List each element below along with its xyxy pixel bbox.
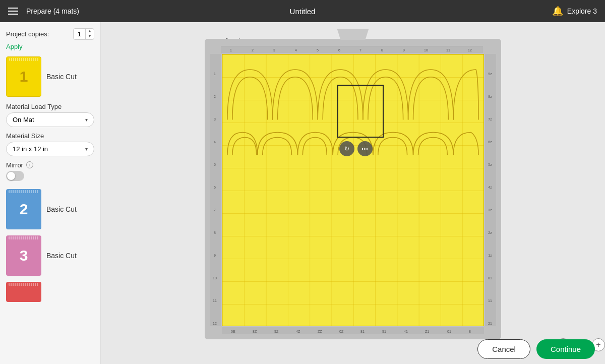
mat-number-2: 2	[20, 201, 28, 218]
svg-text:8z: 8z	[488, 95, 492, 98]
document-title: Untitled	[290, 7, 316, 16]
svg-text:91: 91	[382, 330, 386, 333]
mat-canvas-container: cricut /* ruler ticks done inline */ 1	[205, 29, 501, 339]
notification-icon[interactable]: 🔔	[552, 6, 563, 17]
material-size-label: Material Size	[6, 132, 94, 140]
svg-text:12: 12	[213, 322, 217, 325]
svg-text:2z: 2z	[488, 231, 492, 234]
copies-down-button[interactable]: ▼	[86, 34, 94, 39]
svg-text:0Z: 0Z	[339, 330, 344, 333]
svg-text:1: 1	[230, 48, 232, 52]
svg-text:6z: 6z	[488, 140, 492, 144]
svg-text:81: 81	[360, 330, 365, 333]
top-ruler-svg: /* ruler ticks done inline */ 1 2 3 4 5 …	[221, 46, 483, 53]
svg-text:4z: 4z	[488, 186, 492, 189]
svg-text:12: 12	[468, 48, 472, 52]
svg-text:7z: 7z	[488, 117, 492, 121]
svg-text:5: 5	[214, 163, 216, 166]
menu-button[interactable]	[8, 8, 18, 15]
material-load-value: On Mat	[13, 116, 34, 124]
svg-text:0E: 0E	[231, 330, 235, 333]
mat-action-buttons: ↻ •••	[339, 141, 373, 156]
mirror-row: Mirror i	[6, 161, 94, 169]
svg-text:11: 11	[213, 299, 217, 302]
footer: Cancel Continue	[467, 334, 605, 364]
svg-text:3z: 3z	[488, 208, 492, 212]
svg-text:6: 6	[338, 48, 340, 52]
header-right: 🔔 Explore 3	[552, 6, 597, 17]
mat-grip-2	[9, 190, 39, 193]
mat-item-2[interactable]: 2 Basic Cut	[6, 189, 94, 229]
more-options-button[interactable]: •••	[357, 141, 373, 156]
mirror-toggle[interactable]	[6, 171, 24, 181]
mat-item-3[interactable]: 3 Basic Cut	[6, 235, 94, 276]
cut-pattern-svg	[222, 54, 483, 326]
svg-text:5z: 5z	[488, 163, 492, 166]
device-label: Explore 3	[567, 7, 597, 15]
material-size-chevron: ▾	[85, 146, 88, 152]
svg-text:2: 2	[252, 48, 254, 52]
mat-handle-tab	[335, 29, 371, 40]
mat-grip-4	[9, 283, 39, 286]
mat-grip-3	[9, 236, 39, 239]
mat-label-2: Basic Cut	[46, 205, 77, 213]
material-load-chevron: ▾	[85, 117, 88, 123]
svg-text:9Z: 9Z	[274, 330, 279, 333]
svg-text:4: 4	[214, 140, 216, 144]
apply-button[interactable]: Apply	[6, 43, 23, 50]
rotate-button[interactable]: ↻	[339, 141, 354, 156]
mat-body: 1 2 3 4 5 6 7 8 9 10 11 12	[210, 54, 496, 326]
mat-item-1[interactable]: 1 Basic Cut	[6, 56, 94, 97]
mat-number-3: 3	[20, 247, 28, 264]
svg-text:3: 3	[214, 117, 216, 121]
mat-item-4[interactable]	[6, 282, 94, 302]
material-size-value: 12 in x 12 in	[13, 145, 48, 153]
mat-grip-1	[9, 58, 38, 61]
svg-text:2: 2	[214, 95, 216, 98]
left-ruler: 1 2 3 4 5 6 7 8 9 10 11 12	[210, 54, 221, 326]
project-copies-label: Project copies:	[6, 30, 49, 38]
top-ruler-bar: /* ruler ticks done inline */ 1 2 3 4 5 …	[221, 46, 483, 53]
material-size-dropdown[interactable]: 12 in x 12 in ▾	[6, 142, 94, 156]
svg-text:9z: 9z	[488, 72, 492, 76]
svg-text:21: 21	[488, 322, 492, 325]
material-size-section: Material Size 12 in x 12 in ▾	[6, 132, 94, 156]
mat-number-1: 1	[20, 68, 28, 85]
svg-text:7: 7	[214, 208, 216, 212]
svg-text:9: 9	[214, 254, 216, 257]
header: Prepare (4 mats) Untitled 🔔 Explore 3	[0, 0, 605, 22]
svg-text:41: 41	[404, 330, 408, 333]
content-area: cricut /* ruler ticks done inline */ 1	[101, 22, 605, 364]
svg-text:01: 01	[488, 276, 492, 280]
svg-text:5: 5	[317, 48, 319, 52]
cancel-button[interactable]: Cancel	[477, 339, 530, 359]
mat-label-1: Basic Cut	[46, 73, 77, 81]
mirror-info-icon[interactable]: i	[26, 161, 33, 168]
svg-text:9: 9	[403, 48, 405, 52]
mat-thumb-4	[6, 282, 41, 302]
continue-button[interactable]: Continue	[536, 339, 595, 359]
project-copies-row: Project copies: 1 ▲ ▼	[6, 28, 94, 40]
material-load-dropdown[interactable]: On Mat ▾	[6, 112, 94, 127]
window-title: Prepare (4 mats)	[26, 7, 79, 15]
copies-up-button[interactable]: ▲	[86, 29, 94, 34]
right-ruler-svg: 9z 8z 7z 6z 5z 4z 3z 2z 1z 01 11 21	[485, 54, 496, 326]
svg-text:4Z: 4Z	[296, 330, 300, 333]
svg-text:10: 10	[213, 276, 217, 280]
mat-thumb-2: 2	[6, 189, 41, 229]
mat-outer-frame: /* ruler ticks done inline */ 1 2 3 4 5 …	[205, 39, 501, 339]
svg-text:1: 1	[214, 72, 216, 76]
svg-text:ZZ: ZZ	[318, 330, 322, 333]
copies-value: 1	[74, 29, 86, 39]
svg-text:8Z: 8Z	[253, 330, 257, 333]
mat-label-3: Basic Cut	[46, 252, 77, 260]
bottom-ruler: 0E 8Z 9Z 4Z ZZ 0Z 81 91 41 Z1 01 8	[222, 327, 496, 334]
mat-handle-area	[205, 29, 501, 40]
svg-text:8: 8	[214, 231, 216, 234]
svg-text:Z1: Z1	[425, 330, 429, 333]
svg-text:8: 8	[381, 48, 383, 52]
sidebar: Project copies: 1 ▲ ▼ Apply 1 Basic Cut …	[0, 22, 101, 364]
copies-spinner: 1 ▲ ▼	[73, 28, 94, 40]
svg-text:8: 8	[469, 330, 471, 333]
mat-thumb-3: 3	[6, 235, 41, 276]
